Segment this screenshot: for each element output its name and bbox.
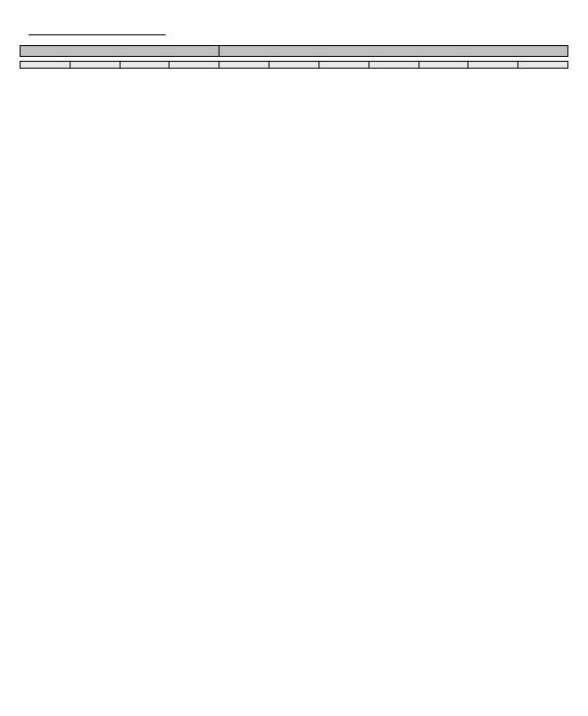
- col-area-unit: [120, 62, 170, 69]
- section-header-row: [21, 46, 568, 57]
- header-row: [20, 33, 568, 35]
- col-sat: [468, 62, 518, 69]
- col-site-address: [21, 62, 71, 69]
- col-fri: [418, 62, 468, 69]
- col-thu: [368, 62, 418, 69]
- employee-name: [28, 33, 166, 35]
- main-table: [20, 45, 568, 69]
- col-tue: [270, 62, 319, 69]
- project-info-header: [21, 46, 220, 57]
- col-task-description: [170, 62, 220, 69]
- col-sun: [518, 62, 568, 69]
- col-job-number: [70, 62, 120, 69]
- col-header-row: [21, 62, 568, 69]
- col-wed: [318, 62, 368, 69]
- work-hour-header: [220, 46, 568, 57]
- col-mon: [220, 62, 270, 69]
